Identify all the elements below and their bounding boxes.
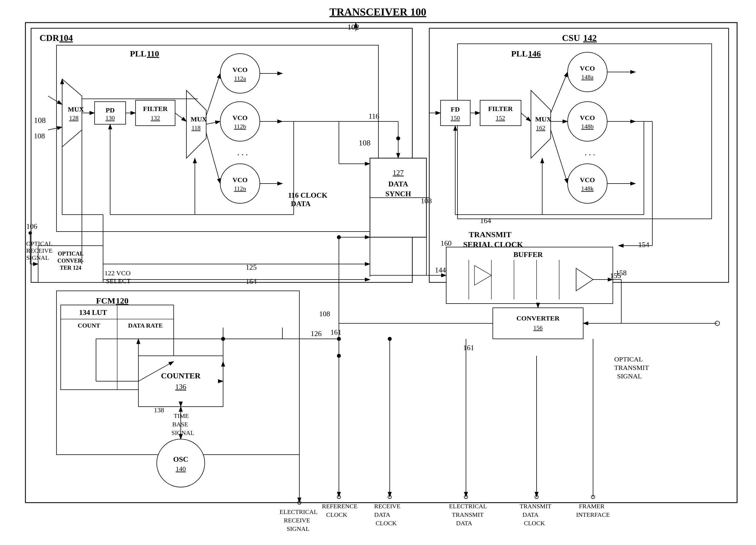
label-160: 160: [441, 239, 452, 247]
svg-line-21: [175, 113, 186, 121]
label-108-cdr: 108: [34, 132, 45, 140]
pll110-label: PLL: [130, 49, 146, 58]
vco112a-label: VCO: [232, 66, 247, 73]
svg-rect-10: [136, 100, 175, 126]
vco148k-number: 148k: [581, 185, 594, 192]
vco112n-number: 112n: [234, 185, 246, 192]
electrical-receive-label: ELECTRICAL: [280, 508, 317, 515]
label-126: 126: [311, 330, 322, 338]
osc140-number: 140: [176, 465, 186, 472]
vco-select-label2: SELECT: [106, 277, 131, 285]
svg-rect-84: [493, 308, 583, 339]
filter152-number: 152: [496, 114, 505, 121]
mux162-number: 162: [536, 124, 545, 131]
mux118-label: MUX: [191, 115, 207, 123]
svg-point-13: [220, 102, 260, 141]
transmit-data-clock-label: TRANSMIT: [520, 503, 552, 510]
svg-rect-96: [138, 356, 223, 407]
electrical-receive-label3: SIGNAL: [287, 525, 310, 532]
vco112a-number: 112a: [234, 75, 246, 82]
svg-line-47: [521, 113, 531, 121]
label-108-center: 108: [359, 138, 371, 147]
fcm-number: 120: [116, 296, 128, 305]
transmit-serial-clock-label: TRANSMIT: [469, 230, 511, 239]
filter132-label: FILTER: [143, 105, 168, 112]
counter136-number: 136: [175, 383, 186, 391]
count-col-label: COUNT: [78, 322, 100, 329]
converter156-label: CONVERTER: [517, 315, 560, 322]
electrical-transmit-data-label2: TRANSMIT: [452, 511, 484, 518]
label-116: 116: [369, 112, 379, 120]
svg-point-38: [568, 52, 607, 92]
svg-rect-36: [480, 100, 521, 126]
cdr-number: 104: [59, 33, 73, 43]
svg-point-40: [568, 164, 607, 203]
optical-receive-label2: RECEIVE: [26, 247, 53, 254]
svg-line-20: [206, 133, 220, 184]
transmit-data-clock-label3: CLOCK: [524, 520, 545, 527]
label-125: 125: [246, 263, 257, 271]
converter156-number: 156: [533, 324, 543, 331]
label-106: 106: [26, 222, 37, 230]
optical-transmit-label3: SIGNAL: [617, 372, 642, 380]
label-158: 158: [616, 269, 627, 277]
optical-transmit-label: OPTICAL: [614, 356, 643, 363]
clock-data-label: 116 CLOCK: [288, 191, 328, 199]
electrical-receive-label2: RECEIVE: [284, 517, 310, 524]
transmit-data-clock-label2: DATA: [522, 511, 539, 518]
optical-transmit-label2: TRANSMIT: [614, 364, 649, 371]
vco148b-number: 148b: [581, 123, 594, 130]
pd130-number: 130: [106, 114, 115, 121]
fcm-label: FCM: [96, 296, 115, 305]
diagram-container: TRANSCEIVER 100 CDR 104 PLL 110 CSU 142 …: [0, 0, 756, 545]
svg-point-39: [568, 102, 607, 141]
title-label: TRANSCEIVER 100: [329, 6, 426, 18]
svg-line-18: [206, 73, 220, 116]
label-164-feedback: 164: [480, 217, 491, 225]
optical-receive-label3: SIGNAL: [26, 254, 49, 261]
filter132-number: 132: [151, 114, 160, 121]
pll146-label: PLL: [511, 49, 528, 58]
pll146-number: 146: [528, 49, 541, 58]
framer-interface-label2: INTERFACE: [576, 511, 610, 518]
cdr-label: CDR: [40, 33, 59, 43]
svg-line-30: [48, 96, 62, 104]
svg-line-43: [551, 130, 568, 184]
svg-point-118: [388, 337, 392, 341]
electrical-transmit-data-label3: DATA: [456, 520, 472, 527]
vco148a-number: 148a: [581, 73, 594, 80]
dots-vco-csu: . . .: [585, 148, 595, 157]
optical-converter-label3: TER 124: [60, 265, 81, 271]
svg-rect-35: [441, 100, 470, 126]
data-synch-label: DATA: [388, 180, 408, 188]
svg-line-41: [551, 72, 568, 113]
time-base-label3: SIGNAL: [171, 429, 194, 436]
filter152-label: FILTER: [488, 105, 513, 112]
receive-data-clock-label: RECEIVE: [374, 503, 400, 510]
vco148b-label: VCO: [580, 114, 595, 121]
optical-converter-label: OPTICAL: [58, 250, 83, 257]
label-161b: 161: [330, 328, 341, 336]
label-108-bottom: 108: [319, 310, 330, 318]
time-base-label: TIME: [174, 412, 189, 419]
label-164: 164: [246, 277, 257, 285]
time-base-label2: BASE: [172, 421, 188, 428]
vco148a-label: VCO: [580, 65, 595, 72]
electrical-transmit-data-label: ELECTRICAL: [449, 503, 487, 510]
vco112b-number: 112b: [234, 123, 246, 130]
vco-select-label: 122 VCO: [104, 269, 130, 277]
mux128-number: 128: [69, 114, 79, 121]
data-synch-number: 127: [393, 169, 404, 177]
svg-point-110: [337, 235, 341, 239]
svg-rect-4: [56, 45, 378, 232]
optical-receive-label: OPTICAL: [26, 240, 53, 247]
clock-data-label2: DATA: [291, 200, 311, 208]
svg-point-115: [337, 354, 341, 358]
label-144: 144: [435, 266, 446, 274]
label-161: 161: [463, 344, 474, 352]
svg-point-137: [221, 337, 225, 341]
dots-vco: . . .: [237, 148, 248, 157]
vco148k-label: VCO: [580, 176, 595, 184]
framer-interface-label: FRAMER: [579, 503, 605, 510]
svg-marker-8: [62, 79, 82, 147]
